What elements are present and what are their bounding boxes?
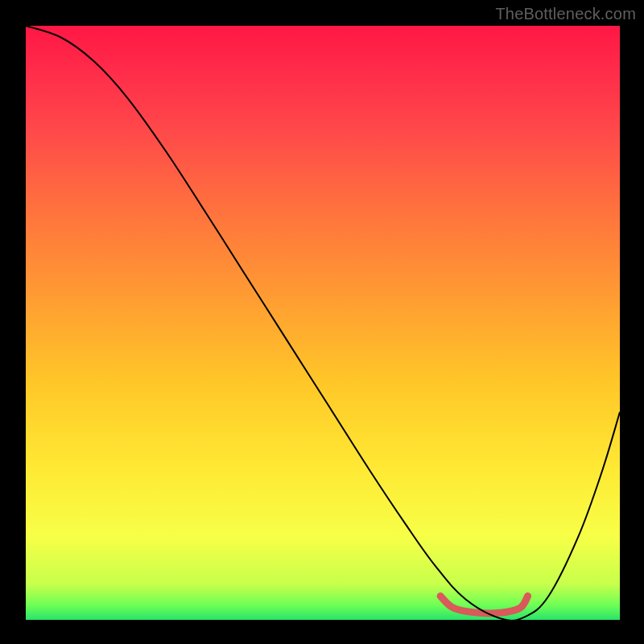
watermark-label: TheBottleneck.com <box>495 5 636 23</box>
chart-svg <box>0 0 644 644</box>
chart-stage: TheBottleneck.com <box>0 0 644 644</box>
plot-background <box>26 26 620 620</box>
